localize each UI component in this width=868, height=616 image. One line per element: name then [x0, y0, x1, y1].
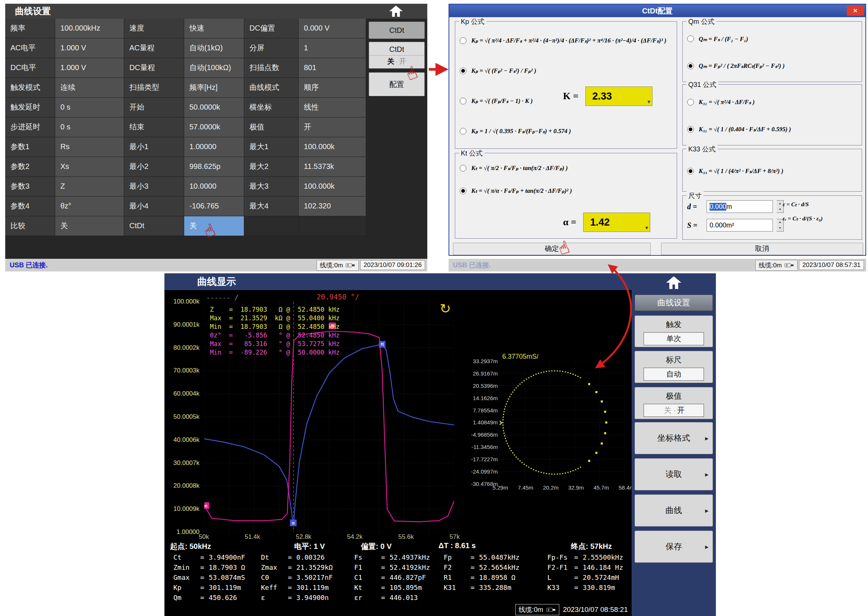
formula-option[interactable]: Kₜ = √( π/α · Fₛ/Fₚ + tan(π/2 · ΔF/Fₚ)² …	[458, 187, 674, 195]
setting-value[interactable]: Rs	[55, 137, 124, 157]
setting-label[interactable]: 速度	[124, 19, 184, 38]
radio-button[interactable]	[460, 128, 466, 135]
formula-option[interactable]: K₃₁ = √( 1 / (0.404 · Fₛ/ΔF + 0.595) )	[686, 125, 859, 133]
formula-option[interactable]: K₃₃ = √( 1 / (4/π² · Fₛ/ΔF + 8/π²) )	[686, 167, 859, 175]
dropdown-arrow-icon[interactable]: ▾	[645, 225, 648, 231]
setting-value[interactable]: 频率[Hz]	[184, 78, 244, 98]
trace-marker[interactable]: m	[290, 519, 297, 526]
setting-label[interactable]: 横坐标	[244, 98, 299, 118]
menu-button-ruler[interactable]: 标尺 自动	[634, 351, 713, 383]
setting-value[interactable]: 11.5373k	[299, 157, 366, 177]
setting-label[interactable]: 参数4	[5, 196, 55, 216]
setting-label[interactable]: AC电平	[5, 38, 55, 58]
setting-label[interactable]: 最大2	[244, 157, 299, 177]
menu-button[interactable]: 坐标格式►	[634, 422, 713, 454]
setting-value[interactable]: 57.0000k	[184, 118, 244, 137]
setting-label[interactable]: 参数3	[5, 177, 55, 196]
setting-value[interactable]: 开	[299, 118, 366, 137]
setting-label[interactable]: 最大4	[244, 196, 299, 216]
setting-value[interactable]: 0.000 V	[299, 19, 366, 38]
setting-value[interactable]: 线性	[299, 98, 366, 118]
dropdown-arrow-icon[interactable]: ▾	[648, 99, 650, 104]
setting-value[interactable]: 关	[55, 216, 124, 236]
cancel-button[interactable]: 取消	[661, 243, 863, 255]
radio-button[interactable]	[687, 63, 694, 69]
setting-label[interactable]: 最大1	[244, 137, 299, 157]
setting-value[interactable]: 关	[184, 216, 244, 236]
setting-value[interactable]: 0 s	[55, 98, 124, 118]
menu-button-curve-settings[interactable]: 曲线设置	[634, 295, 713, 311]
setting-value[interactable]: 100.000k	[299, 177, 366, 196]
home-icon[interactable]	[666, 276, 681, 289]
setting-value[interactable]: 1.00000	[184, 137, 244, 157]
menu-button-extremum[interactable]: 极值 关·开	[634, 387, 713, 419]
setting-value[interactable]: 1	[299, 38, 366, 58]
setting-label[interactable]: CtDt	[124, 216, 184, 236]
radio-button[interactable]	[687, 35, 694, 42]
setting-value[interactable]: Z	[55, 177, 124, 196]
setting-value[interactable]	[299, 216, 366, 236]
setting-label[interactable]: 触发延时	[5, 98, 55, 118]
setting-value[interactable]: 100.000kHz	[55, 19, 124, 38]
radio-button[interactable]	[687, 168, 694, 174]
admittance-circle-chart[interactable]	[500, 361, 625, 484]
setting-label[interactable]: 极值	[244, 118, 299, 137]
setting-value[interactable]: 0 s	[55, 118, 124, 137]
menu-button-trigger[interactable]: 触发 单次	[634, 316, 713, 347]
trace-marker[interactable]: m	[204, 502, 209, 509]
setting-value[interactable]: 102.320	[299, 196, 366, 216]
setting-label[interactable]: DC量程	[124, 58, 184, 78]
setting-value[interactable]: 1.000 V	[55, 38, 124, 58]
toggle-on-label[interactable]: 开	[399, 57, 406, 65]
menu-button[interactable]: 读取►	[634, 458, 713, 490]
formula-option[interactable]: K₃₁ = √( π²/4 · ΔF/Fₛ )	[686, 98, 859, 106]
formula-option[interactable]: Qₘ = Fₛ / (F₂ − F₁)	[686, 35, 859, 43]
setting-label[interactable]: DC偏置	[244, 19, 299, 38]
ctdt-config-button[interactable]: 配置	[369, 72, 425, 96]
setting-label[interactable]: 开始	[124, 98, 184, 118]
trigger-value[interactable]: 单次	[644, 332, 704, 345]
close-icon[interactable]: ✕	[847, 6, 864, 16]
setting-value[interactable]: 自动(100kΩ)	[184, 58, 244, 78]
setting-value[interactable]: 快速	[184, 19, 244, 38]
refresh-icon[interactable]: ↻	[439, 302, 451, 316]
setting-label[interactable]	[244, 216, 299, 236]
menu-button[interactable]: 曲线►	[634, 495, 713, 526]
setting-label[interactable]: 结束	[124, 118, 184, 137]
setting-value[interactable]: θz°	[55, 196, 124, 216]
formula-option[interactable]: Kₚ = √( (Fₚ² − Fₛ²) / Fₚ² )	[458, 67, 674, 75]
setting-label[interactable]: 最小3	[124, 177, 184, 196]
setting-value[interactable]: -106.765	[184, 196, 244, 216]
radio-button[interactable]	[687, 99, 694, 105]
setting-value[interactable]: 10.0000	[184, 177, 244, 196]
setting-value[interactable]: 801	[299, 58, 366, 78]
setting-label[interactable]: 扫描类型	[124, 78, 184, 98]
setting-value[interactable]: Xs	[55, 157, 124, 177]
radio-button[interactable]	[460, 187, 466, 194]
setting-label[interactable]: 比较	[5, 216, 55, 236]
setting-value[interactable]: 连续	[55, 78, 124, 98]
setting-label[interactable]: 触发模式	[5, 78, 55, 98]
spinner-down-icon[interactable]: ▼	[777, 225, 783, 231]
extremum-off[interactable]: 关	[664, 406, 672, 414]
setting-value[interactable]: 1.000 V	[55, 58, 124, 78]
setting-label[interactable]: AC量程	[124, 38, 184, 58]
home-icon[interactable]	[389, 6, 403, 17]
formula-option[interactable]: Kₚ = √( π²/4 · ΔF/Fₛ + π²/4 · (4−π²)/4 ·…	[458, 36, 674, 44]
k-input[interactable]: 2.33▾	[585, 86, 653, 106]
extremum-on[interactable]: 开	[677, 406, 684, 414]
setting-label[interactable]: 频率	[5, 19, 55, 38]
formula-option[interactable]: Kₚ = 1 / √( 0.395 · Fₛ/(Fₚ−Fₛ) + 0.574 )	[458, 127, 674, 135]
formula-option[interactable]: Qₘ = Fₚ² / ( 2πFₛRCₜ(Fₚ² − Fₛ²) )	[686, 62, 859, 70]
setting-label[interactable]: DC电平	[5, 58, 55, 78]
setting-label[interactable]: 参数1	[5, 137, 55, 157]
trace-marker[interactable]: M	[379, 341, 386, 347]
radio-button[interactable]	[460, 98, 466, 104]
setting-label[interactable]: 最小4	[124, 196, 184, 216]
radio-button[interactable]	[460, 68, 466, 74]
setting-label[interactable]: 步进延时	[5, 118, 55, 137]
setting-label[interactable]: 最小2	[124, 157, 184, 177]
setting-value[interactable]: 自动(1kΩ)	[184, 38, 244, 58]
ruler-value[interactable]: 自动	[644, 368, 704, 381]
s-input[interactable]: 0.000m²	[706, 219, 773, 231]
